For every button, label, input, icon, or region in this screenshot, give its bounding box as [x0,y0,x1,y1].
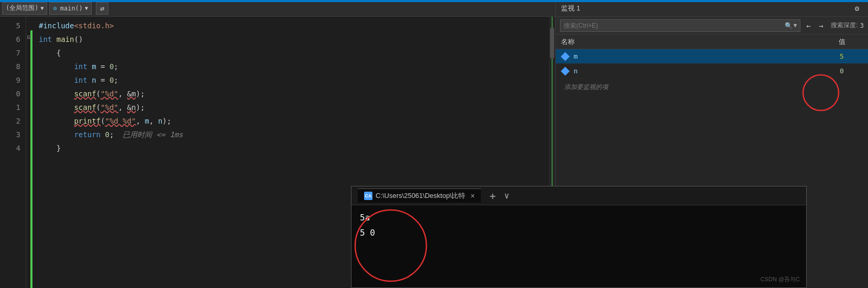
terminal-line-2: 5 0 [360,226,798,241]
line-num-9: 9 [0,73,20,87]
terminal-add-button[interactable]: + [489,190,496,202]
col-name-header: 名称 [556,37,816,47]
swap-button[interactable]: ⇄ [96,2,108,15]
scrollbar-thumb[interactable] [550,27,554,59]
line-num-12: 2 [0,114,20,128]
code-line-9: int n = 0; [37,73,549,87]
watch-row-m-value: 5 [816,52,868,60]
watch-title: 监视 1 [561,4,580,13]
search-input[interactable] [564,22,785,29]
watch-header: 监视 1 ⚙ [556,0,868,17]
line-num-13: 3 [0,128,20,141]
code-line-11: scanf("%d", &n); [37,101,549,114]
code-line-10: scanf("%d", &m); [37,87,549,101]
csdn-watermark: CSDN @吾与C [761,275,800,283]
watch-columns: 名称 值 [556,35,868,49]
watch-row-n-icon [559,65,572,77]
watch-add-hint: 添加要监视的项 [556,79,868,96]
search-depth-value: 3 [860,22,864,29]
line-num-7: 7 [0,46,20,60]
line-num-10: 0 [0,87,20,101]
terminal-close-button[interactable]: × [470,192,475,200]
search-next-button[interactable]: → [815,20,827,31]
line-num-8: 8 [0,60,20,73]
search-prev-button[interactable]: ← [803,20,814,31]
code-line-14: } [37,141,549,155]
terminal-titlebar: CA C:\Users\25061\Desktop\比特 × + ∨ [351,186,806,205]
terminal-body: 5a 5 0 [351,205,806,246]
code-line-13: return 0; 已用时间 <= 1ms [37,128,549,141]
function-dropdown-arrow: ▼ [85,5,88,11]
search-depth-label: 搜索深度: [831,21,858,30]
terminal-overlay: CA C:\Users\25061\Desktop\比特 × + ∨ 5a 5 … [351,186,807,288]
code-line-6: int main() [37,32,549,46]
terminal-line-1: 5a [360,211,798,226]
function-dropdown-label: main() [60,5,83,12]
terminal-tab-label: C:\Users\25061\Desktop\比特 [376,191,465,201]
line-num-14: 4 [0,141,20,155]
watch-row-n-value: 0 [816,67,868,75]
search-bar: 🔍 ▼ ← → 搜索深度: 3 [556,17,868,35]
watch-row-m-name: m [572,52,816,60]
top-blue-bar [0,0,868,2]
col-value-header: 值 [816,37,868,47]
watch-row-m-icon [559,50,572,63]
search-icon: 🔍 [785,22,793,29]
line-num-5: 5 [0,19,20,32]
line-num-6: 6 [0,32,20,46]
watch-header-icons: ⚙ [851,3,863,14]
terminal-dropdown-button[interactable]: ∨ [504,191,509,201]
search-dropdown-icon[interactable]: ▼ [794,22,797,29]
line-num-11: 1 [0,101,20,114]
code-line-8: int m = 0; [37,60,549,73]
watch-row-m[interactable]: m 5 [556,49,868,64]
gutter: ⊟ [26,17,37,288]
scope-dropdown-arrow: ▼ [40,5,43,11]
line-numbers: 5 6 7 8 9 0 1 2 3 4 [0,17,26,288]
collapse-icon[interactable]: ⊟ [27,30,31,44]
code-line-5: #include<stdio.h> [37,19,549,32]
gutter-bar [30,30,32,288]
editor-toolbar: (全局范围) ▼ ⊙ main() ▼ ⇄ [0,0,555,17]
watch-settings-icon[interactable]: ⚙ [851,3,863,14]
code-line-7: { [37,46,549,60]
terminal-tab[interactable]: CA C:\Users\25061\Desktop\比特 × [358,189,481,203]
blue-diamond-n [561,67,570,75]
terminal-tab-icon: CA [364,192,372,200]
watch-row-n-name: n [572,67,816,75]
function-dropdown[interactable]: ⊙ main() ▼ [49,2,92,15]
watch-row-n[interactable]: n 0 [556,64,868,79]
scope-dropdown-label: (全局范围) [6,4,38,13]
scope-dropdown[interactable]: (全局范围) ▼ [2,2,47,15]
search-navigation: ← → [803,20,827,31]
main-container: (全局范围) ▼ ⊙ main() ▼ ⇄ 5 6 7 8 9 0 1 [0,0,868,288]
search-input-wrapper[interactable]: 🔍 ▼ [560,19,800,32]
code-line-12: printf("%d %d", m, n); [37,114,549,128]
blue-diamond-m [561,52,570,61]
